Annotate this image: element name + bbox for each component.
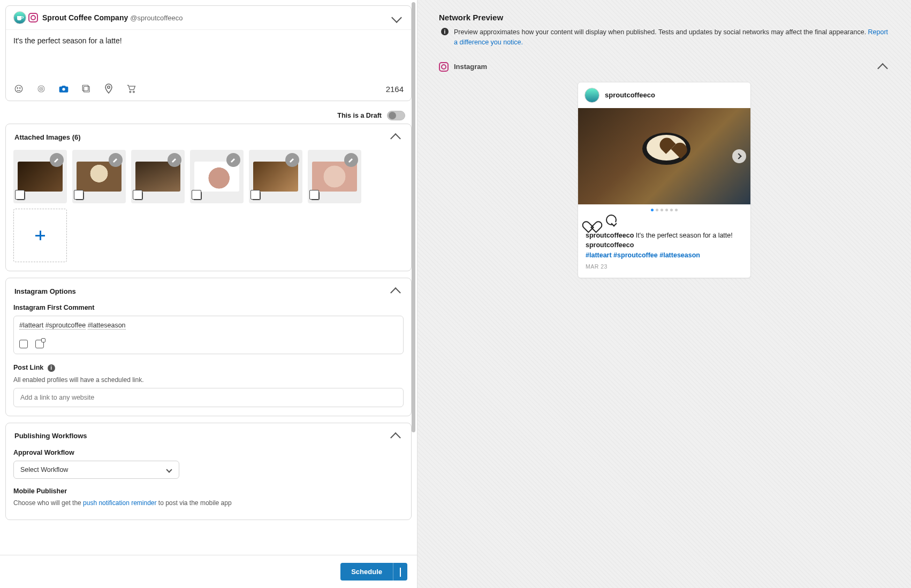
- chevron-up-icon[interactable]: [390, 287, 401, 298]
- chevron-down-icon: [166, 467, 172, 472]
- preview-pane: Network Preview i Preview approximates h…: [417, 0, 911, 588]
- preview-actions: [578, 212, 750, 231]
- draft-toggle-row: This is a Draft: [5, 108, 412, 124]
- image-thumb[interactable]: [308, 150, 361, 203]
- cart-icon[interactable]: [126, 83, 136, 94]
- attached-images-card: Attached Images (6): [5, 124, 412, 271]
- profile-selector[interactable]: Sprout Coffee Company @sproutcoffeeco: [6, 6, 411, 29]
- instagram-preview-card: sproutcoffeeco sproutcoffeeco It's the p…: [578, 82, 751, 278]
- instagram-options-title: Instagram Options: [14, 287, 76, 295]
- multi-icon: [311, 192, 320, 200]
- add-image-button[interactable]: [13, 209, 67, 262]
- edit-icon[interactable]: [344, 153, 358, 167]
- first-comment-label: Instagram First Comment: [13, 304, 404, 311]
- preview-network-header[interactable]: Instagram: [439, 62, 890, 72]
- carousel-dot[interactable]: [665, 209, 668, 211]
- workflows-header[interactable]: Publishing Workflows: [6, 423, 411, 449]
- carousel-dot[interactable]: [661, 209, 663, 211]
- chevron-right-icon: [735, 153, 741, 159]
- image-thumb[interactable]: [13, 150, 67, 203]
- profile-name: Sprout Coffee Company: [42, 13, 128, 22]
- compose-scroll[interactable]: Sprout Coffee Company @sproutcoffeeco It…: [0, 0, 417, 555]
- edit-icon[interactable]: [50, 153, 64, 167]
- carousel-dot[interactable]: [675, 209, 678, 211]
- comment-icon[interactable]: [606, 215, 617, 225]
- preview-avatar: [584, 88, 599, 103]
- image-thumb[interactable]: [249, 150, 302, 203]
- approval-label: Approval Workflow: [13, 449, 404, 456]
- image-thumb[interactable]: [190, 150, 244, 203]
- approval-workflow-select[interactable]: Select Workflow: [13, 461, 179, 479]
- comment-template-icon[interactable]: [19, 340, 28, 348]
- image-thumb[interactable]: [131, 150, 185, 203]
- workflows-title: Publishing Workflows: [14, 432, 87, 440]
- preview-title: Network Preview: [439, 13, 890, 22]
- preview-media[interactable]: [578, 108, 750, 204]
- instagram-options-card: Instagram Options Instagram First Commen…: [5, 278, 412, 416]
- preview-card-header: sproutcoffeeco: [578, 82, 750, 108]
- chevron-up-icon[interactable]: [390, 133, 401, 144]
- svg-point-9: [108, 86, 110, 88]
- svg-rect-7: [84, 87, 90, 93]
- edit-icon[interactable]: [285, 153, 299, 167]
- heart-icon[interactable]: [586, 215, 597, 226]
- edit-icon[interactable]: [109, 153, 123, 167]
- info-icon: i: [441, 28, 449, 35]
- carousel-dots: [578, 204, 750, 212]
- draft-toggle[interactable]: [387, 111, 405, 120]
- scrollbar[interactable]: [412, 2, 415, 554]
- carousel-dot[interactable]: [656, 209, 658, 211]
- instagram-icon: [28, 13, 38, 22]
- emoji-icon[interactable]: [13, 83, 24, 94]
- info-icon[interactable]: i: [48, 364, 55, 372]
- schedule-button[interactable]: Schedule: [340, 563, 393, 581]
- chevron-down-icon[interactable]: [391, 12, 402, 23]
- attached-images-header[interactable]: Attached Images (6): [6, 124, 411, 150]
- carousel-dot[interactable]: [651, 209, 654, 211]
- svg-rect-8: [82, 85, 88, 91]
- svg-point-2: [20, 88, 21, 89]
- draft-label: This is a Draft: [337, 112, 382, 119]
- post-link-label: Post Link i: [13, 364, 404, 372]
- svg-point-0: [15, 85, 22, 93]
- camera-icon[interactable]: [58, 83, 69, 94]
- action-bar: Schedule: [0, 555, 417, 588]
- image-thumb[interactable]: [72, 150, 126, 203]
- preview-date: MAR 23: [586, 263, 743, 271]
- composer-card: Sprout Coffee Company @sproutcoffeeco It…: [5, 5, 412, 101]
- mobile-publisher-label: Mobile Publisher: [13, 487, 404, 495]
- edit-icon[interactable]: [226, 153, 240, 167]
- workflows-card: Publishing Workflows Approval Workflow S…: [5, 423, 412, 520]
- preview-note: i Preview approximates how your content …: [439, 27, 890, 48]
- location-icon[interactable]: [103, 83, 114, 94]
- preview-network-label: Instagram: [454, 63, 487, 71]
- char-count: 2164: [386, 85, 404, 94]
- approval-placeholder: Select Workflow: [20, 466, 68, 474]
- instagram-icon: [439, 62, 449, 72]
- thumbnail-grid: [13, 150, 404, 262]
- post-link-input[interactable]: [13, 388, 404, 407]
- carousel-dot[interactable]: [670, 209, 673, 211]
- carousel-next-button[interactable]: [732, 149, 746, 163]
- svg-point-10: [130, 91, 131, 93]
- attached-images-title: Attached Images (6): [14, 133, 81, 141]
- first-comment-text: #latteart #sproutcoffee #latteseason: [19, 322, 398, 329]
- profile-avatar: [13, 11, 26, 24]
- multi-icon: [252, 192, 261, 200]
- first-comment-input[interactable]: #latteart #sproutcoffee #latteseason: [13, 316, 404, 354]
- svg-point-6: [62, 88, 65, 90]
- comment-asset-icon[interactable]: [35, 340, 44, 348]
- chevron-up-icon[interactable]: [877, 63, 888, 74]
- gallery-icon[interactable]: [81, 83, 92, 94]
- push-notification-link[interactable]: push notification reminder: [83, 499, 156, 507]
- preview-username: sproutcoffeeco: [605, 91, 655, 99]
- instagram-options-header[interactable]: Instagram Options: [6, 278, 411, 304]
- chevron-down-icon: [400, 568, 401, 577]
- post-text-input[interactable]: It's the perfect season for a latte!: [13, 36, 404, 74]
- schedule-dropdown-button[interactable]: [393, 563, 407, 581]
- multi-icon: [193, 192, 202, 200]
- preview-body: sproutcoffeeco It's the perfect season f…: [578, 231, 750, 278]
- chevron-up-icon[interactable]: [390, 432, 401, 443]
- target-icon[interactable]: [36, 83, 47, 94]
- edit-icon[interactable]: [168, 153, 181, 167]
